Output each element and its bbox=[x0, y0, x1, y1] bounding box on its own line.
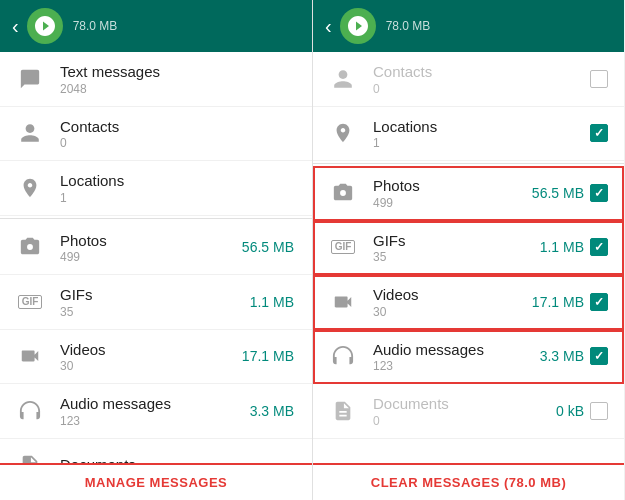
gif-icon: GIF bbox=[14, 286, 46, 318]
left-photos-info: Photos 499 bbox=[60, 231, 242, 265]
left-item-videos[interactable]: Videos 30 17.1 MB bbox=[0, 330, 312, 385]
right-contacts-checkbox-box[interactable] bbox=[590, 70, 608, 88]
right-panel: ‹ 78.0 MB Contacts 0 bbox=[312, 0, 624, 500]
right-gifs-checkbox-checked[interactable] bbox=[590, 238, 608, 256]
left-panel: ‹ 78.0 MB Text messages 2048 Contacts bbox=[0, 0, 312, 500]
right-photos-info: Photos 499 bbox=[373, 176, 532, 210]
right-locations-checkbox[interactable] bbox=[588, 122, 610, 144]
left-audio-size: 3.3 MB bbox=[250, 403, 294, 419]
document-icon bbox=[14, 449, 46, 464]
right-photos-label: Photos bbox=[373, 176, 532, 196]
right-documents-checkbox[interactable] bbox=[588, 400, 610, 422]
right-videos-label: Videos bbox=[373, 285, 532, 305]
left-header: ‹ 78.0 MB bbox=[0, 0, 312, 52]
left-content: Text messages 2048 Contacts 0 Locations … bbox=[0, 52, 312, 463]
right-item-documents[interactable]: Documents 0 0 kB bbox=[313, 384, 624, 439]
left-item-photos[interactable]: Photos 499 56.5 MB bbox=[0, 221, 312, 276]
left-text-messages-count: 2048 bbox=[60, 82, 298, 96]
right-documents-checkbox-box[interactable] bbox=[590, 402, 608, 420]
right-audio-label: Audio messages bbox=[373, 340, 540, 360]
right-gifs-checkbox[interactable] bbox=[588, 236, 610, 258]
left-item-audio[interactable]: Audio messages 123 3.3 MB bbox=[0, 384, 312, 439]
right-gifs-count: 35 bbox=[373, 250, 540, 264]
left-videos-size: 17.1 MB bbox=[242, 348, 294, 364]
right-item-audio[interactable]: Audio messages 123 3.3 MB bbox=[313, 330, 624, 385]
right-locations-count: 1 bbox=[373, 136, 588, 150]
right-camera-icon bbox=[327, 177, 359, 209]
right-header-info: 78.0 MB bbox=[386, 19, 612, 33]
left-audio-label: Audio messages bbox=[60, 394, 250, 414]
right-videos-info: Videos 30 bbox=[373, 285, 532, 319]
left-item-gifs[interactable]: GIF GIFs 35 1.1 MB bbox=[0, 275, 312, 330]
left-audio-info: Audio messages 123 bbox=[60, 394, 250, 428]
right-contacts-info: Contacts 0 bbox=[373, 62, 588, 96]
left-videos-label: Videos bbox=[60, 340, 242, 360]
left-item-locations[interactable]: Locations 1 bbox=[0, 161, 312, 216]
left-documents-info: Documents bbox=[60, 455, 298, 463]
right-contacts-label: Contacts bbox=[373, 62, 588, 82]
right-gif-icon: GIF bbox=[327, 231, 359, 263]
right-videos-count: 30 bbox=[373, 305, 532, 319]
right-photos-checkbox-checked[interactable] bbox=[590, 184, 608, 202]
left-item-text-messages[interactable]: Text messages 2048 bbox=[0, 52, 312, 107]
camera-icon bbox=[14, 231, 46, 263]
right-back-button[interactable]: ‹ bbox=[325, 15, 332, 38]
right-item-videos[interactable]: Videos 30 17.1 MB bbox=[313, 275, 624, 330]
right-audio-checkbox-checked[interactable] bbox=[590, 347, 608, 365]
right-header: ‹ 78.0 MB bbox=[313, 0, 624, 52]
left-footer: MANAGE MESSAGES bbox=[0, 463, 312, 500]
right-contacts-count: 0 bbox=[373, 82, 588, 96]
right-gifs-label: GIFs bbox=[373, 231, 540, 251]
right-audio-checkbox[interactable] bbox=[588, 345, 610, 367]
left-videos-info: Videos 30 bbox=[60, 340, 242, 374]
right-item-gifs[interactable]: GIF GIFs 35 1.1 MB bbox=[313, 221, 624, 276]
right-videos-checkbox-checked[interactable] bbox=[590, 293, 608, 311]
left-item-contacts[interactable]: Contacts 0 bbox=[0, 107, 312, 162]
right-audio-size: 3.3 MB bbox=[540, 348, 584, 364]
left-photos-size: 56.5 MB bbox=[242, 239, 294, 255]
left-photos-label: Photos bbox=[60, 231, 242, 251]
left-contacts-label: Contacts bbox=[60, 117, 298, 137]
message-icon bbox=[14, 63, 46, 95]
left-back-button[interactable]: ‹ bbox=[12, 15, 19, 38]
left-locations-info: Locations 1 bbox=[60, 171, 298, 205]
headphone-icon bbox=[14, 395, 46, 427]
clear-messages-button[interactable]: CLEAR MESSAGES (78.0 MB) bbox=[327, 475, 610, 490]
left-videos-count: 30 bbox=[60, 359, 242, 373]
right-locations-info: Locations 1 bbox=[373, 117, 588, 151]
location-icon bbox=[14, 172, 46, 204]
right-item-contacts[interactable]: Contacts 0 bbox=[313, 52, 624, 107]
right-videos-checkbox[interactable] bbox=[588, 291, 610, 313]
right-documents-info: Documents 0 bbox=[373, 394, 556, 428]
left-divider-1 bbox=[0, 218, 312, 219]
right-item-photos[interactable]: Photos 499 56.5 MB bbox=[313, 166, 624, 221]
left-locations-count: 1 bbox=[60, 191, 298, 205]
right-documents-count: 0 bbox=[373, 414, 556, 428]
right-locations-checkbox-checked[interactable] bbox=[590, 124, 608, 142]
right-item-locations[interactable]: Locations 1 bbox=[313, 107, 624, 162]
left-text-messages-label: Text messages bbox=[60, 62, 298, 82]
left-audio-count: 123 bbox=[60, 414, 250, 428]
right-locations-label: Locations bbox=[373, 117, 588, 137]
right-documents-size: 0 kB bbox=[556, 403, 584, 419]
right-photos-count: 499 bbox=[373, 196, 532, 210]
right-size: 78.0 MB bbox=[386, 19, 612, 33]
right-content: Contacts 0 Locations 1 bbox=[313, 52, 624, 463]
left-gifs-info: GIFs 35 bbox=[60, 285, 250, 319]
right-location-icon bbox=[327, 117, 359, 149]
video-icon bbox=[14, 340, 46, 372]
left-documents-label: Documents bbox=[60, 455, 298, 463]
left-gifs-count: 35 bbox=[60, 305, 250, 319]
right-document-icon bbox=[327, 395, 359, 427]
person-icon bbox=[14, 117, 46, 149]
right-gifs-size: 1.1 MB bbox=[540, 239, 584, 255]
right-photos-checkbox[interactable] bbox=[588, 182, 610, 204]
left-item-documents[interactable]: Documents bbox=[0, 439, 312, 464]
right-videos-size: 17.1 MB bbox=[532, 294, 584, 310]
right-documents-label: Documents bbox=[373, 394, 556, 414]
right-contacts-checkbox[interactable] bbox=[588, 68, 610, 90]
manage-messages-button[interactable]: MANAGE MESSAGES bbox=[14, 475, 298, 490]
right-avatar bbox=[340, 8, 376, 44]
right-audio-count: 123 bbox=[373, 359, 540, 373]
left-size: 78.0 MB bbox=[73, 19, 300, 33]
